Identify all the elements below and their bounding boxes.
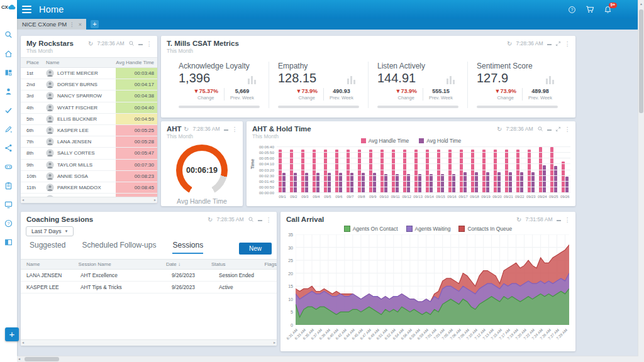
column-header-name[interactable]: Name bbox=[46, 60, 116, 65]
table-row[interactable]: 2ndDORSEY BURNS00:04:17 bbox=[21, 79, 157, 90]
cxone-dashboard: Home ? 9+ NICE CXone PM ⋮ × + CX ? bbox=[0, 0, 644, 362]
refresh-icon[interactable]: ↻ bbox=[208, 216, 213, 223]
x-tick-label: 09/2 bbox=[288, 195, 299, 199]
kebab-menu-icon[interactable]: ⋮ bbox=[232, 126, 238, 133]
kebab-menu-icon[interactable]: ⋮ bbox=[565, 126, 571, 133]
refresh-icon[interactable]: ↻ bbox=[184, 126, 189, 133]
sidebar-home-icon[interactable] bbox=[4, 49, 13, 58]
avatar bbox=[46, 104, 54, 112]
column-header-flags[interactable]: Flags bbox=[264, 261, 277, 267]
column-header-place[interactable]: Place bbox=[21, 60, 46, 65]
legend-item[interactable]: Avg Handle Time bbox=[361, 138, 409, 144]
sidebar-games-icon[interactable] bbox=[4, 162, 13, 172]
add-widget-button[interactable]: + bbox=[5, 327, 19, 341]
cart-icon[interactable] bbox=[586, 5, 594, 14]
help-icon[interactable]: ? bbox=[568, 6, 576, 14]
x-tick-label: 09/7 bbox=[345, 195, 356, 199]
legend-item[interactable]: Agents Waiting bbox=[406, 226, 451, 232]
coaching-table-header: Name Session Name Date ↓ Status Flags bbox=[21, 259, 277, 270]
scroll-up-icon[interactable]: ▲ bbox=[638, 0, 644, 6]
sidebar-share-icon[interactable] bbox=[4, 143, 13, 153]
horizontal-scrollbar[interactable]: ◂ bbox=[17, 356, 638, 362]
table-row[interactable]: 8thSALLY CORTES00:05:47 bbox=[21, 148, 157, 159]
y-tick-label: 20 bbox=[288, 271, 293, 275]
legend-item[interactable]: Contacts In Queue bbox=[458, 226, 512, 232]
column-header-status[interactable]: Status bbox=[211, 261, 265, 267]
sidebar-quality-icon[interactable] bbox=[4, 106, 13, 115]
refresh-icon[interactable]: ↻ bbox=[516, 216, 521, 223]
minimize-icon[interactable] bbox=[547, 126, 552, 131]
x-tick-label: 09/17 bbox=[458, 195, 469, 199]
sidebar-dashboard-icon[interactable] bbox=[4, 68, 13, 77]
sidebar-surveys-icon[interactable] bbox=[4, 181, 13, 190]
sidebar-agent-icon[interactable] bbox=[4, 87, 13, 96]
tab-kebab-icon[interactable]: ⋮ bbox=[67, 21, 77, 28]
sidebar-monitor-icon[interactable] bbox=[4, 200, 13, 209]
column-header-session[interactable]: Session Name bbox=[79, 261, 166, 267]
scroll-left-icon[interactable]: ◂ bbox=[18, 356, 20, 362]
refresh-icon[interactable]: ↻ bbox=[507, 40, 512, 47]
sidebar-coaching-icon[interactable] bbox=[4, 124, 13, 134]
table-row[interactable]: 3rdNANCY SPARROW00:04:38 bbox=[21, 90, 157, 102]
kebab-menu-icon[interactable]: ⋮ bbox=[147, 40, 153, 47]
table-row[interactable]: 9thTAYLOR MILLS00:07:30 bbox=[21, 160, 157, 171]
tab-suggested[interactable]: Suggested bbox=[30, 241, 65, 254]
table-row[interactable]: 1stLOTTIE MERCER00:03:48 bbox=[21, 68, 157, 79]
minimize-icon[interactable] bbox=[224, 126, 228, 131]
y-tick-label: 10 bbox=[288, 297, 293, 301]
scroll-left-icon[interactable]: ◂ bbox=[22, 340, 24, 346]
sidebar-panel-icon[interactable] bbox=[4, 238, 13, 247]
svg-text:?: ? bbox=[571, 7, 574, 11]
widget-h-scrollbar[interactable]: ◂▸ bbox=[21, 339, 277, 346]
x-axis-labels: 6:31 AM6:33 AM6:35 AM6:37 AM6:38 AM6:40 … bbox=[296, 326, 569, 350]
table-row[interactable]: 6thKASPER LEE00:05:25 bbox=[21, 125, 157, 136]
expand-icon[interactable] bbox=[555, 41, 561, 47]
kebab-menu-icon[interactable]: ⋮ bbox=[266, 216, 272, 223]
table-row[interactable]: 4thWYATT FISCHER00:04:40 bbox=[21, 102, 157, 114]
hold-time-bar bbox=[305, 173, 308, 192]
scroll-left-icon[interactable]: ◂ bbox=[22, 197, 24, 203]
sidebar-search-icon[interactable] bbox=[4, 30, 13, 40]
search-icon[interactable] bbox=[248, 216, 254, 222]
minimize-icon[interactable] bbox=[258, 216, 262, 221]
table-row[interactable]: 5thELLIS BUCKNER00:04:59 bbox=[21, 114, 157, 125]
legend-item[interactable]: Agents On Contact bbox=[344, 226, 398, 232]
notifications-bell-icon[interactable]: 9+ bbox=[604, 6, 612, 14]
scroll-right-icon[interactable]: ▸ bbox=[274, 340, 275, 346]
tab-sessions[interactable]: Sessions bbox=[172, 241, 203, 254]
scrollbar-thumb[interactable] bbox=[639, 9, 643, 113]
tab-nice-cxone-pm[interactable]: NICE CXone PM ⋮ × bbox=[17, 19, 86, 30]
sidebar-help-icon[interactable]: ? bbox=[4, 219, 13, 228]
search-icon[interactable] bbox=[537, 126, 543, 132]
tab-scheduled-follow-ups[interactable]: Scheduled Follow-ups bbox=[82, 241, 156, 254]
column-header-name[interactable]: Name bbox=[21, 261, 79, 267]
table-row[interactable]: LANA JENSENAHT Excellence9/26/2023Sessio… bbox=[21, 270, 277, 282]
search-icon[interactable] bbox=[128, 40, 135, 47]
refresh-icon[interactable]: ↻ bbox=[497, 126, 502, 133]
new-tab-button[interactable]: + bbox=[91, 20, 99, 28]
page-title: Home bbox=[39, 4, 64, 14]
kebab-menu-icon[interactable]: ⋮ bbox=[565, 40, 571, 47]
table-row[interactable]: 10thANNIE SOSA00:08:23 bbox=[21, 171, 157, 182]
new-session-button[interactable]: New bbox=[239, 243, 272, 255]
table-row[interactable]: KASPER LEEAHT Tips & Tricks9/26/2023Acti… bbox=[21, 282, 277, 293]
scroll-right-icon[interactable]: ▸ bbox=[154, 197, 156, 203]
hamburger-menu-icon[interactable] bbox=[22, 4, 31, 15]
tab-close-icon[interactable]: × bbox=[77, 21, 84, 28]
column-header-date[interactable]: Date ↓ bbox=[166, 261, 211, 267]
minimize-icon[interactable] bbox=[138, 40, 143, 45]
table-row[interactable]: 11thPARKER MADDOX00:08:45 bbox=[21, 182, 157, 194]
refresh-icon[interactable]: ↻ bbox=[88, 40, 93, 47]
date-range-dropdown[interactable]: Last 7 Days▼ bbox=[26, 226, 74, 236]
scrollbar-thumb[interactable] bbox=[25, 357, 59, 361]
vertical-scrollbar[interactable]: ▲ bbox=[638, 0, 644, 362]
expand-icon[interactable] bbox=[555, 126, 561, 132]
refresh-timestamp: 7:28:36 AM bbox=[97, 40, 124, 47]
minimize-icon[interactable] bbox=[547, 40, 552, 45]
table-row[interactable]: 7thLANA JENSEN00:05:28 bbox=[21, 136, 157, 148]
column-header-aht[interactable]: Avg Handle Time bbox=[116, 60, 157, 65]
widget-h-scrollbar[interactable]: ◂▸ bbox=[21, 197, 157, 203]
minimize-icon[interactable] bbox=[557, 216, 561, 221]
kebab-menu-icon[interactable]: ⋮ bbox=[565, 216, 571, 223]
legend-item[interactable]: Avg Hold Time bbox=[419, 138, 461, 144]
